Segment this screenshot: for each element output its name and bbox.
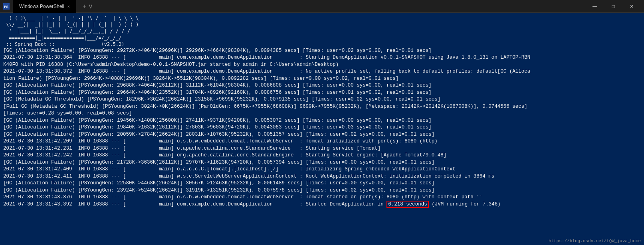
- log-line: 2021-07-30 13:31:43.392 INFO 16388 --- […: [3, 201, 641, 208]
- minimize-button[interactable]: —: [586, 0, 604, 13]
- close-button[interactable]: ✕: [622, 0, 641, 13]
- tab-label: Windows PowerShell: [19, 4, 64, 9]
- log-line: [GC (Metadata GC Threshold) [PSYoungGen:…: [3, 96, 641, 103]
- log-line: [GC (Allocation Failure) [PSYoungGen: 29…: [3, 89, 641, 97]
- log-line: [GC (Allocation Failure) [PSYoungGen: 29…: [3, 82, 641, 89]
- log-line: 2021-07-30 13:31:42.242 INFO 16388 --- […: [3, 152, 641, 159]
- ascii-art-block: ( ( )\___ | '_- | | '_-| '\_/ _` | \ \ \…: [3, 15, 641, 47]
- app-icon: PS: [3, 3, 10, 10]
- log-output: [GC (Allocation Failure) [PSYoungGen: 29…: [3, 47, 641, 208]
- log-line: 2021-07-30 13:31:42.209 INFO 16388 --- […: [3, 138, 641, 145]
- svg-text:PS: PS: [4, 5, 8, 9]
- log-line: tion Failure) [PSYoungGen: 29664K->4088K…: [3, 75, 641, 83]
- log-line: [GC (Allocation Failure) [PSYoungGen: 22…: [3, 180, 641, 187]
- title-bar: PS Windows PowerShell × + ∨ — □ ✕: [0, 0, 644, 13]
- active-tab[interactable]: Windows PowerShell ×: [13, 0, 76, 13]
- console-output: ( ( )\___ | '_- | | '_-| '\_/ _` | \ \ \…: [0, 13, 644, 245]
- new-tab-button[interactable]: + ∨: [79, 2, 96, 10]
- url-bar: https://blog.csdn.net/LQW_java_home: [549, 239, 641, 243]
- log-line: [GC (Allocation Failure) [PSYoungGen: 20…: [3, 131, 641, 138]
- log-line: 2021-07-30 13:31:42.411 INFO 16388 --- […: [3, 173, 641, 180]
- maximize-button[interactable]: □: [604, 0, 622, 13]
- log-line: [GC (Allocation Failure) [PSYoungGen: 19…: [3, 124, 641, 131]
- close-tab-button[interactable]: ×: [67, 4, 70, 9]
- log-line: 2021-07-30 13:31:38.372 INFO 16388 --- […: [3, 68, 641, 75]
- log-line: 2021-07-30 13:31:42.409 INFO 16388 --- […: [3, 166, 641, 173]
- log-line: [GC (Allocation Failure) [PSYoungGen: 21…: [3, 159, 641, 166]
- log-line: [GC (Allocation Failure) [PSYoungGen: 19…: [3, 117, 641, 124]
- log-line: 2021-07-30 13:31:43.376 INFO 16388 --- […: [3, 194, 641, 201]
- log-line: 2021-07-30 13:31:42.231 INFO 16388 --- […: [3, 145, 641, 152]
- log-line: [Full GC (Metadata GC Threshold) [PSYoun…: [3, 103, 641, 111]
- highlighted-seconds: 6.218 seconds: [386, 201, 429, 208]
- log-line: [GC (Allocation Failure) [PSYoungGen: 29…: [3, 47, 641, 55]
- ascii-art-line-1: ( ( )\___ | '_- | | '_-| '\_/ _` | \ \ \…: [3, 15, 641, 47]
- log-line: [Times: user=0.28 sys=0.00, real=0.08 se…: [3, 110, 641, 117]
- log-line: [GC (Allocation Failure) [PSYoungGen: 23…: [3, 187, 641, 194]
- log-line: K40FO with PID 16388 (C:\Users\admin\Des…: [3, 61, 641, 69]
- log-line: 2021-07-30 13:31:38.364 INFO 16388 --- […: [3, 54, 641, 61]
- window-controls: — □ ✕: [586, 0, 641, 13]
